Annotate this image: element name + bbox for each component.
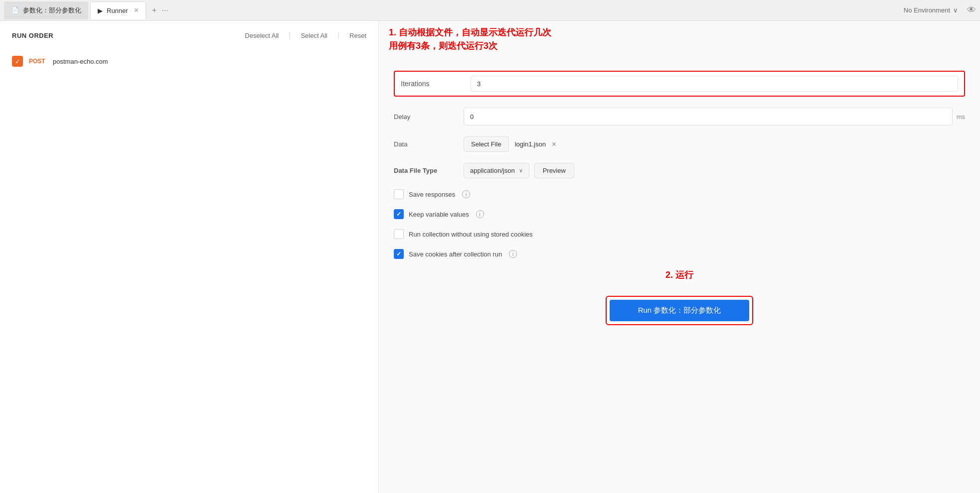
run-order-header: RUN ORDER Deselect All | Select All | Re… bbox=[12, 31, 366, 40]
select-all-button[interactable]: Select All bbox=[301, 32, 327, 39]
env-label: No Environment bbox=[904, 6, 950, 14]
tab-params-label: 参数化：部分参数化 bbox=[23, 6, 81, 15]
run-without-cookies-row: Run collection without using stored cook… bbox=[394, 229, 965, 239]
deselect-all-button[interactable]: Deselect All bbox=[245, 32, 279, 39]
iterations-input[interactable] bbox=[471, 76, 958, 92]
run-without-cookies-label: Run collection without using stored cook… bbox=[409, 231, 533, 238]
annotation-line1: 1. 自动根据文件，自动显示迭代运行几次 bbox=[389, 26, 970, 39]
file-name: login1.json bbox=[515, 140, 546, 148]
save-responses-checkbox[interactable] bbox=[394, 189, 404, 199]
save-responses-info-icon[interactable]: i bbox=[462, 190, 470, 198]
save-responses-row: Save responses i bbox=[394, 189, 965, 199]
save-cookies-checkbox[interactable] bbox=[394, 249, 404, 259]
dropdown-arrow-icon: ∨ bbox=[519, 167, 523, 174]
data-label: Data bbox=[394, 140, 464, 148]
separator: | bbox=[289, 31, 291, 40]
form-section: Iterations Delay ms Data Select File log… bbox=[394, 71, 965, 325]
data-file-type-row: Data File Type application/json ∨ Previe… bbox=[394, 163, 965, 178]
delay-row: Delay ms bbox=[394, 108, 965, 125]
tab-close-icon[interactable]: × bbox=[134, 6, 139, 15]
tab-params-icon: 📄 bbox=[11, 6, 19, 14]
main-layout: RUN ORDER Deselect All | Select All | Re… bbox=[0, 21, 980, 493]
clear-file-button[interactable]: × bbox=[552, 140, 556, 149]
tab-more-icon[interactable]: ··· bbox=[162, 6, 168, 15]
select-file-button[interactable]: Select File bbox=[464, 136, 509, 152]
keep-variable-info-icon[interactable]: i bbox=[476, 210, 484, 218]
tab-bar: 📄 参数化：部分参数化 ▶ Runner × + ··· No Environm… bbox=[0, 0, 980, 21]
run-without-cookies-checkbox[interactable] bbox=[394, 229, 404, 239]
run-section: Run 参数化：部分参数化 bbox=[394, 296, 965, 325]
env-arrow-icon: ∨ bbox=[953, 6, 958, 14]
keep-variable-checkbox[interactable] bbox=[394, 209, 404, 219]
file-type-value: application/json bbox=[470, 167, 515, 174]
keep-variable-row: Keep variable values i bbox=[394, 209, 965, 219]
save-cookies-info-icon[interactable]: i bbox=[509, 250, 517, 258]
delay-suffix: ms bbox=[957, 113, 965, 121]
annotation-line2: 用例有3条，则迭代运行3次 bbox=[389, 39, 970, 53]
request-checkbox[interactable]: ✓ bbox=[12, 56, 23, 67]
save-cookies-row: Save cookies after collection run i bbox=[394, 249, 965, 259]
tab-runner-label: Runner bbox=[107, 7, 128, 14]
eye-icon[interactable]: 👁 bbox=[967, 5, 976, 15]
run-order-title: RUN ORDER bbox=[12, 32, 245, 39]
tab-actions: + ··· bbox=[152, 6, 168, 15]
right-panel: 1. 自动根据文件，自动显示迭代运行几次 用例有3条，则迭代运行3次 Itera… bbox=[379, 21, 980, 493]
request-method: POST bbox=[29, 58, 47, 65]
header-actions: Deselect All | Select All | Reset bbox=[245, 31, 366, 40]
iterations-label: Iterations bbox=[401, 80, 471, 88]
left-panel: RUN ORDER Deselect All | Select All | Re… bbox=[0, 21, 379, 493]
reset-button[interactable]: Reset bbox=[349, 32, 366, 39]
preview-button[interactable]: Preview bbox=[534, 163, 574, 178]
run-btn-wrapper: Run 参数化：部分参数化 bbox=[606, 296, 753, 325]
delay-label: Delay bbox=[394, 113, 464, 121]
env-selector[interactable]: No Environment ∨ bbox=[904, 6, 958, 14]
annotation-1: 1. 自动根据文件，自动显示迭代运行几次 用例有3条，则迭代运行3次 bbox=[379, 21, 980, 63]
request-item: ✓ POST postman-echo.com bbox=[12, 50, 366, 73]
save-responses-label: Save responses bbox=[409, 191, 455, 198]
tab-runner[interactable]: ▶ Runner × bbox=[90, 1, 146, 19]
tab-runner-icon: ▶ bbox=[98, 7, 103, 14]
data-row: Data Select File login1.json × bbox=[394, 136, 965, 152]
annotation-2: 2. 运行 bbox=[394, 269, 965, 281]
data-file-type-label: Data File Type bbox=[394, 167, 464, 174]
file-type-dropdown[interactable]: application/json ∨ bbox=[464, 163, 529, 178]
save-cookies-label: Save cookies after collection run bbox=[409, 250, 502, 258]
run-button[interactable]: Run 参数化：部分参数化 bbox=[610, 300, 749, 321]
tab-plus-icon[interactable]: + bbox=[152, 6, 157, 15]
tab-params[interactable]: 📄 参数化：部分参数化 bbox=[4, 1, 88, 19]
delay-input[interactable] bbox=[464, 108, 953, 125]
request-url: postman-echo.com bbox=[53, 58, 108, 65]
iterations-row: Iterations bbox=[394, 71, 965, 97]
separator2: | bbox=[337, 31, 339, 40]
keep-variable-label: Keep variable values bbox=[409, 211, 469, 218]
